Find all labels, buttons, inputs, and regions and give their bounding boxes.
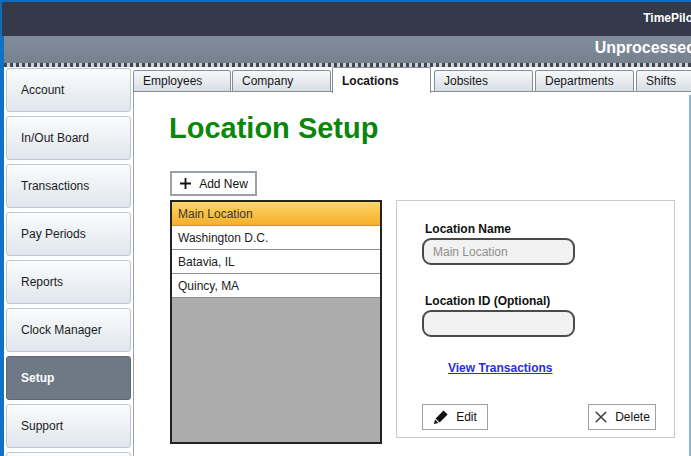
- tab-page-left-border: [133, 91, 134, 456]
- location-id-label: Location ID (Optional): [425, 294, 550, 308]
- list-item-washington-dc[interactable]: Washington D.C.: [172, 226, 380, 250]
- tab-label: Locations: [342, 74, 399, 88]
- tab-shifts[interactable]: Shifts: [636, 70, 691, 92]
- status-banner-text: Unprocessed: [595, 39, 691, 57]
- app-window: TimePilo Unprocessed Account In/Out Boar…: [0, 0, 691, 456]
- tab-company[interactable]: Company: [232, 70, 331, 92]
- tab-label: Departments: [545, 74, 614, 88]
- delete-button-label: Delete: [615, 410, 650, 424]
- list-item-batavia-il[interactable]: Batavia, IL: [172, 250, 380, 274]
- tab-label: Jobsites: [444, 74, 488, 88]
- x-icon: [594, 410, 608, 424]
- list-item-label: Washington D.C.: [178, 231, 268, 245]
- sidebar-item-support[interactable]: Support: [6, 404, 131, 448]
- location-name-field[interactable]: [422, 238, 575, 265]
- locations-list: Main Location Washington D.C. Batavia, I…: [170, 200, 382, 444]
- sidebar-item-label: Account: [21, 83, 64, 97]
- edit-button[interactable]: Edit: [422, 404, 488, 430]
- window-border-left: [0, 36, 4, 456]
- delete-button[interactable]: Delete: [588, 404, 656, 430]
- title-bar: TimePilo: [2, 2, 691, 36]
- tab-label: Company: [242, 74, 293, 88]
- tab-label: Employees: [143, 74, 202, 88]
- sidebar-item-partial[interactable]: [6, 452, 131, 456]
- add-new-button-label: Add New: [199, 177, 248, 191]
- tab-departments[interactable]: Departments: [535, 70, 634, 92]
- status-banner-bar: Unprocessed: [4, 36, 691, 63]
- window-border-top: [0, 0, 691, 2]
- list-item-label: Main Location: [178, 207, 253, 221]
- window-border-left-upper: [0, 0, 2, 36]
- sidebar-item-account[interactable]: Account: [6, 68, 131, 112]
- sidebar-item-reports[interactable]: Reports: [6, 260, 131, 304]
- sidebar-item-pay-periods[interactable]: Pay Periods: [6, 212, 131, 256]
- page-title: Location Setup: [169, 112, 378, 145]
- app-title: TimePilo: [643, 11, 691, 25]
- tab-locations[interactable]: Locations: [332, 67, 431, 93]
- add-new-button[interactable]: Add New: [170, 171, 257, 196]
- location-detail-panel: Location Name Location ID (Optional) Vie…: [396, 200, 675, 438]
- list-item-quincy-ma[interactable]: Quincy, MA: [172, 274, 380, 298]
- tab-label: Shifts: [646, 74, 676, 88]
- sidebar-item-label: In/Out Board: [21, 131, 89, 145]
- edit-button-label: Edit: [456, 410, 477, 424]
- sidebar-item-label: Pay Periods: [21, 227, 86, 241]
- sidebar-item-label: Reports: [21, 275, 63, 289]
- location-name-label: Location Name: [425, 222, 511, 236]
- view-transactions-link[interactable]: View Transactions: [448, 361, 553, 375]
- sidebar-item-inout-board[interactable]: In/Out Board: [6, 116, 131, 160]
- sidebar-item-label: Setup: [21, 371, 54, 385]
- sidebar-item-label: Support: [21, 419, 63, 433]
- sidebar-item-label: Transactions: [21, 179, 89, 193]
- list-item-main-location[interactable]: Main Location: [172, 202, 380, 226]
- pencil-icon: [433, 409, 449, 425]
- list-item-label: Quincy, MA: [178, 279, 239, 293]
- tab-jobsites[interactable]: Jobsites: [434, 70, 533, 92]
- sidebar-item-label: Clock Manager: [21, 323, 102, 337]
- tab-employees[interactable]: Employees: [133, 70, 231, 92]
- sidebar-item-setup[interactable]: Setup: [6, 356, 131, 400]
- list-item-label: Batavia, IL: [178, 255, 235, 269]
- sidebar-item-clock-manager[interactable]: Clock Manager: [6, 308, 131, 352]
- location-id-field[interactable]: [422, 310, 575, 337]
- plus-icon: [179, 177, 192, 190]
- sidebar-item-transactions[interactable]: Transactions: [6, 164, 131, 208]
- tab-strip: Employees Company Locations Jobsites Dep…: [133, 67, 691, 92]
